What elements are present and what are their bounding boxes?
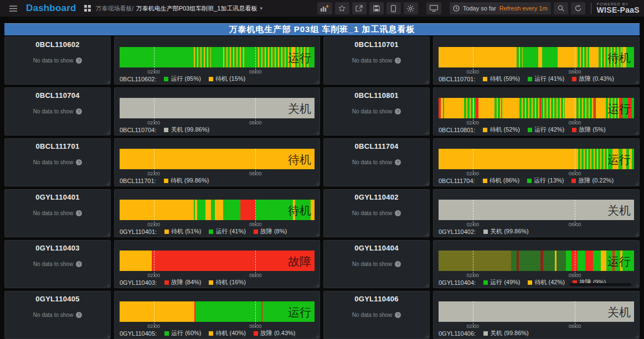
status-timeline-bar[interactable]: 待机 bbox=[439, 47, 634, 67]
panel-resize-handle[interactable] bbox=[424, 181, 429, 185]
legend-item[interactable]: 运行 (60%) bbox=[164, 329, 201, 337]
legend-item[interactable]: 待机 (59%) bbox=[483, 75, 519, 83]
legend-item[interactable]: 待机 (51%) bbox=[164, 227, 201, 236]
legend-item[interactable]: 运行 (85%) bbox=[164, 75, 200, 83]
timeline-segment bbox=[502, 98, 520, 118]
help-icon[interactable]: ? bbox=[76, 159, 82, 165]
dashboard-picker-icon[interactable] bbox=[84, 5, 91, 12]
panel-resize-handle[interactable] bbox=[424, 130, 429, 134]
save-button[interactable] bbox=[369, 2, 384, 14]
mobile-view-button[interactable] bbox=[387, 2, 401, 14]
status-timeline-bar[interactable]: 关机 bbox=[120, 98, 315, 118]
legend-item[interactable]: 运行 (49%) bbox=[483, 278, 520, 286]
timeline-segment bbox=[585, 251, 593, 271]
tv-mode-button[interactable] bbox=[426, 2, 441, 14]
legend: 0BCL111704:待机 (86%)运行 (13%)故障 (0.22%) bbox=[439, 176, 634, 185]
legend-item[interactable]: 故障 (84%) bbox=[164, 278, 201, 286]
legend-item[interactable]: 故障 (0.22%) bbox=[571, 176, 614, 185]
panel-resize-handle[interactable] bbox=[105, 130, 110, 134]
status-timeline-bar[interactable]: 关机 bbox=[439, 200, 634, 220]
legend-item[interactable]: 关机 (99.86%) bbox=[164, 126, 209, 134]
panel-resize-handle[interactable] bbox=[424, 232, 429, 236]
status-timeline-bar[interactable]: 运行 bbox=[439, 251, 634, 271]
legend-item[interactable]: 待机 (15%) bbox=[209, 75, 245, 83]
help-icon[interactable]: ? bbox=[395, 210, 401, 216]
menu-icon[interactable] bbox=[6, 2, 20, 14]
panel-scrollbar[interactable] bbox=[569, 283, 631, 286]
help-icon[interactable]: ? bbox=[395, 108, 401, 114]
status-timeline-bar[interactable]: 运行 bbox=[439, 98, 634, 118]
chevron-down-icon[interactable]: ▾ bbox=[260, 6, 262, 11]
legend-item[interactable]: 待机 (42%) bbox=[528, 278, 564, 286]
panel-resize-handle[interactable] bbox=[315, 283, 319, 287]
breadcrumb-root[interactable]: 万泰现场看板/ bbox=[96, 4, 134, 13]
panel-resize-handle[interactable] bbox=[424, 283, 429, 287]
panel-resize-handle[interactable] bbox=[315, 130, 319, 134]
status-timeline-bar[interactable]: 关机 bbox=[439, 301, 634, 322]
navbar: Dashboard 万泰现场看板/ 万泰机电生产部P03组车削班_1加工讯息看板… bbox=[0, 0, 644, 17]
panel-resize-handle[interactable] bbox=[634, 283, 638, 287]
panel-resize-handle[interactable] bbox=[424, 333, 429, 338]
panel-resize-handle[interactable] bbox=[315, 333, 319, 338]
status-timeline-bar[interactable]: 待机 bbox=[120, 200, 315, 220]
panel-resize-handle[interactable] bbox=[105, 79, 110, 84]
legend-machine-id: 0BCL110704: bbox=[120, 127, 156, 133]
panel-resize-handle[interactable] bbox=[105, 283, 110, 287]
help-icon[interactable]: ? bbox=[395, 58, 401, 64]
status-timeline-bar[interactable]: 待机 bbox=[120, 149, 315, 169]
legend-item[interactable]: 故障 (5%) bbox=[572, 126, 605, 134]
help-icon[interactable]: ? bbox=[76, 210, 82, 216]
status-timeline-bar[interactable]: 运行 bbox=[120, 301, 315, 322]
refresh-button[interactable] bbox=[571, 2, 585, 14]
legend-item[interactable]: 故障 (8%) bbox=[254, 227, 287, 236]
share-button[interactable] bbox=[352, 2, 367, 14]
panel-resize-handle[interactable] bbox=[315, 181, 319, 185]
search-button[interactable] bbox=[554, 2, 568, 14]
legend-item[interactable]: 关机 (99.86%) bbox=[483, 329, 529, 337]
panel-resize-handle[interactable] bbox=[634, 79, 638, 84]
help-icon[interactable]: ? bbox=[76, 108, 82, 114]
legend-item[interactable]: 运行 (41%) bbox=[209, 227, 245, 236]
legend-item[interactable]: 运行 (41%) bbox=[528, 75, 564, 83]
status-timeline-bar[interactable]: 运行 bbox=[439, 149, 634, 169]
add-panel-button[interactable] bbox=[317, 2, 332, 14]
legend-item[interactable]: 待机 (16%) bbox=[209, 278, 245, 286]
help-icon[interactable]: ? bbox=[395, 261, 401, 267]
panel-resize-handle[interactable] bbox=[634, 232, 638, 236]
current-status-label: 待机 bbox=[607, 51, 631, 63]
legend-item[interactable]: 待机 (86%) bbox=[483, 176, 519, 185]
panel-resize-handle[interactable] bbox=[105, 181, 110, 185]
help-icon[interactable]: ? bbox=[395, 159, 401, 165]
legend-item[interactable]: 故障 (0.43%) bbox=[254, 329, 296, 337]
status-timeline-bar[interactable]: 故障 bbox=[120, 251, 315, 271]
legend-item[interactable]: 待机 (99.86%) bbox=[164, 176, 209, 185]
legend-item[interactable]: 运行 (42%) bbox=[528, 126, 564, 134]
breadcrumb-current[interactable]: 万泰机电生产部P03组车削班_1加工讯息看板 bbox=[136, 4, 257, 13]
panel-resize-handle[interactable] bbox=[424, 79, 429, 84]
panel-resize-handle[interactable] bbox=[105, 333, 110, 338]
help-icon[interactable]: ? bbox=[76, 312, 82, 318]
legend-item[interactable]: 关机 (99.86%) bbox=[483, 227, 529, 236]
help-icon[interactable]: ? bbox=[76, 58, 82, 64]
star-button[interactable] bbox=[335, 2, 349, 14]
legend-item[interactable]: 故障 (0.43%) bbox=[572, 75, 614, 83]
panel-resize-handle[interactable] bbox=[634, 130, 638, 134]
legend-item[interactable]: 待机 (40%) bbox=[209, 329, 245, 337]
legend-item[interactable]: 运行 (13%) bbox=[527, 176, 564, 185]
legend-machine-id: 0BCL110801: bbox=[439, 127, 475, 133]
machine-info-panel: 0BCL110801No data to show? bbox=[323, 87, 430, 135]
panel-resize-handle[interactable] bbox=[634, 333, 638, 338]
help-icon[interactable]: ? bbox=[395, 312, 401, 318]
time-range-picker[interactable]: Today so far Refresh every 1m bbox=[450, 2, 551, 14]
panel-resize-handle[interactable] bbox=[105, 232, 110, 236]
panel-resize-handle[interactable] bbox=[315, 232, 319, 236]
timeline-segment bbox=[215, 200, 223, 220]
panel-resize-handle[interactable] bbox=[634, 181, 638, 185]
app-logo[interactable]: Dashboard bbox=[26, 3, 76, 14]
help-icon[interactable]: ? bbox=[76, 261, 82, 267]
panel-resize-handle[interactable] bbox=[315, 79, 319, 84]
settings-button[interactable] bbox=[404, 2, 418, 14]
legend-item[interactable]: 待机 (52%) bbox=[483, 126, 519, 134]
status-timeline-bar[interactable]: 运行 bbox=[120, 47, 315, 67]
machine-timeline-panel: 运行02:0008:000BCL110801:待机 (52%)运行 (42%)故… bbox=[433, 87, 640, 135]
